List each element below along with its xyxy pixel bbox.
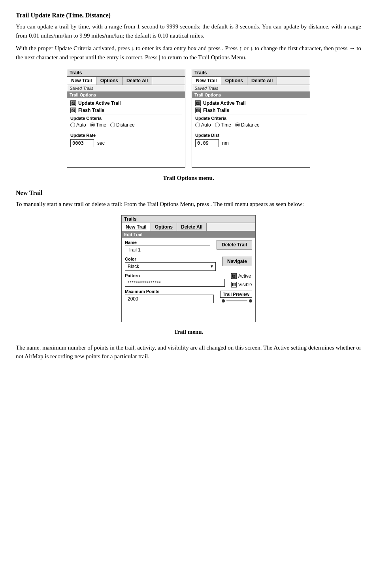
navigate-btn[interactable]: Navigate xyxy=(222,257,252,266)
color-select[interactable]: Black ▼ xyxy=(125,262,216,271)
preview-line-bar xyxy=(226,301,247,301)
flash-trails-row-right: ☒ Flash Trails xyxy=(195,108,307,113)
update-active-label-left: Update Active Trail xyxy=(78,100,121,106)
delete-all-btn-right[interactable]: Delete All xyxy=(247,77,277,85)
radio-distance-label-right: Distance xyxy=(241,122,260,128)
radio-time-circle-right xyxy=(215,123,220,127)
update-active-row-right: ☒ Update Active Trail xyxy=(195,100,307,106)
trail-options-bar-left: Trail Options xyxy=(67,92,185,98)
update-active-label-right: Update Active Trail xyxy=(203,100,246,106)
saved-trails-label-left: Saved Trails xyxy=(67,85,185,92)
active-checkbox[interactable]: ☒ xyxy=(231,273,237,279)
delete-trail-btn[interactable]: Delete Trail xyxy=(217,240,252,250)
color-label: Color xyxy=(125,257,216,261)
delete-trail-col: Delete Trail xyxy=(217,240,252,250)
delete-all-btn-left[interactable]: Delete All xyxy=(123,77,152,85)
radio-distance-circle-right xyxy=(235,123,240,127)
pattern-active-row: Pattern **************** ☒ Active ☒ Visi… xyxy=(125,273,252,289)
edit-trail-body: Name Trail 1 Delete Trail Color Black ▼ xyxy=(122,238,255,322)
trail-preview-section: Trail Preview xyxy=(220,291,252,303)
radio-auto-right[interactable]: Auto xyxy=(195,122,211,128)
trail-options-diagrams: Trails New Trail Options Delete All Save… xyxy=(16,69,361,168)
new-trail-btn-menu[interactable]: New Trail xyxy=(122,223,151,231)
trail-preview-line xyxy=(220,299,252,303)
pattern-input[interactable]: **************** xyxy=(125,279,225,287)
color-value: Black xyxy=(125,263,208,270)
active-visible-col: ☒ Active ☒ Visible xyxy=(231,273,252,289)
radio-auto-circle-right xyxy=(195,123,200,127)
flash-trails-label-right: Flash Trails xyxy=(203,108,229,113)
navigate-col: Navigate xyxy=(222,257,252,266)
update-criteria-label-right: Update Criteria xyxy=(195,115,307,121)
update-active-row-left: ☒ Update Active Trail xyxy=(70,100,182,106)
radio-time-left[interactable]: Time xyxy=(90,122,106,128)
section2-para2: The name, maximum number of points in th… xyxy=(16,343,361,361)
trail-options-bar-right: Trail Options xyxy=(192,92,310,98)
max-points-input[interactable]: 2000 xyxy=(125,295,214,303)
rate-input-field-left[interactable]: 0003 xyxy=(70,139,94,147)
rate-unit-left: sec xyxy=(97,140,105,146)
max-points-field-row: 2000 xyxy=(125,295,214,303)
edit-trail-bar: Edit Trail xyxy=(122,231,255,238)
color-navigate-row: Color Black ▼ Navigate xyxy=(125,257,252,273)
radio-auto-label-left: Auto xyxy=(76,122,86,128)
radio-distance-circle-left xyxy=(110,123,115,127)
options-btn-menu[interactable]: Options xyxy=(151,223,177,231)
update-dist-section-right: Update Dist 0.09 nm xyxy=(195,131,307,147)
radio-time-label-left: Time xyxy=(96,122,106,128)
saved-trails-label-right: Saved Trails xyxy=(192,85,310,92)
visible-checkbox[interactable]: ☒ xyxy=(231,282,237,287)
name-delete-row: Name Trail 1 Delete Trail xyxy=(125,240,252,257)
trail-menu-box: Trails New Trail Options Delete All Edit… xyxy=(121,215,256,322)
update-active-checkbox-left[interactable]: ☒ xyxy=(70,100,76,106)
radio-distance-left[interactable]: Distance xyxy=(110,122,135,128)
update-rate-section-left: Update Rate 0003 sec xyxy=(70,131,182,147)
options-btn-right[interactable]: Options xyxy=(221,77,247,85)
trail-btn-row-right: New Trail Options Delete All xyxy=(192,77,310,85)
name-field-row: Trail 1 xyxy=(125,246,210,254)
trail-menu-caption: Trail menu. xyxy=(16,329,361,335)
maxpts-col: Maximum Points 2000 xyxy=(125,289,214,306)
dist-unit-right: nm xyxy=(222,140,229,146)
name-col: Name Trail 1 xyxy=(125,240,210,257)
radio-time-label-right: Time xyxy=(221,122,231,128)
radio-distance-right[interactable]: Distance xyxy=(235,122,260,128)
section2-para1: To manually start a new trail or delete … xyxy=(16,200,361,209)
trail-options-caption: Trail Options menu. xyxy=(16,175,361,182)
section1-para2: With the proper Update Criteria activate… xyxy=(16,44,361,62)
rate-input-row-left: 0003 sec xyxy=(70,139,182,147)
delete-all-btn-menu[interactable]: Delete All xyxy=(177,223,207,231)
section1-para1: You can update a trail by time, with a r… xyxy=(16,22,361,40)
rate-input-row-right: 0.09 nm xyxy=(195,139,307,147)
update-dist-field-right[interactable]: 0.09 xyxy=(195,139,219,147)
trail-menu-diagram-container: Trails New Trail Options Delete All Edit… xyxy=(16,215,361,322)
preview-dot-right xyxy=(249,299,252,303)
flash-trails-row-left: ☒ Flash Trails xyxy=(70,108,182,113)
max-points-label: Maximum Points xyxy=(125,289,214,294)
name-label: Name xyxy=(125,240,210,245)
trails-header-right: Trails xyxy=(192,69,310,77)
update-dist-label-right: Update Dist xyxy=(195,133,307,138)
radio-auto-left[interactable]: Auto xyxy=(70,122,86,128)
trail-options-body-left: ☒ Update Active Trail ☒ Flash Trails Upd… xyxy=(67,98,185,167)
preview-dot-left xyxy=(222,299,225,303)
flash-trails-checkbox-right[interactable]: ☒ xyxy=(195,108,201,113)
new-trail-btn-left[interactable]: New Trail xyxy=(67,77,96,85)
visible-label: Visible xyxy=(238,282,252,287)
color-dropdown-arrow: ▼ xyxy=(208,263,215,270)
update-rate-label-left: Update Rate xyxy=(70,133,182,138)
active-checkbox-row: ☒ Active xyxy=(231,273,252,279)
flash-trails-checkbox-left[interactable]: ☒ xyxy=(70,108,76,113)
color-col: Color Black ▼ xyxy=(125,257,216,273)
section1-title: Trail Update Rate (Time, Distance) xyxy=(16,12,361,19)
name-input[interactable]: Trail 1 xyxy=(125,246,210,254)
radio-time-right[interactable]: Time xyxy=(215,122,231,128)
radio-row-left: Auto Time Distance xyxy=(70,122,182,128)
radio-row-right: Auto Time Distance xyxy=(195,122,307,128)
radio-auto-label-right: Auto xyxy=(201,122,211,128)
update-active-checkbox-right[interactable]: ☒ xyxy=(195,100,201,106)
radio-distance-label-left: Distance xyxy=(116,122,135,128)
new-trail-btn-right[interactable]: New Trail xyxy=(192,77,221,85)
trail-options-body-right: ☒ Update Active Trail ☒ Flash Trails Upd… xyxy=(192,98,310,167)
options-btn-left[interactable]: Options xyxy=(96,77,123,85)
